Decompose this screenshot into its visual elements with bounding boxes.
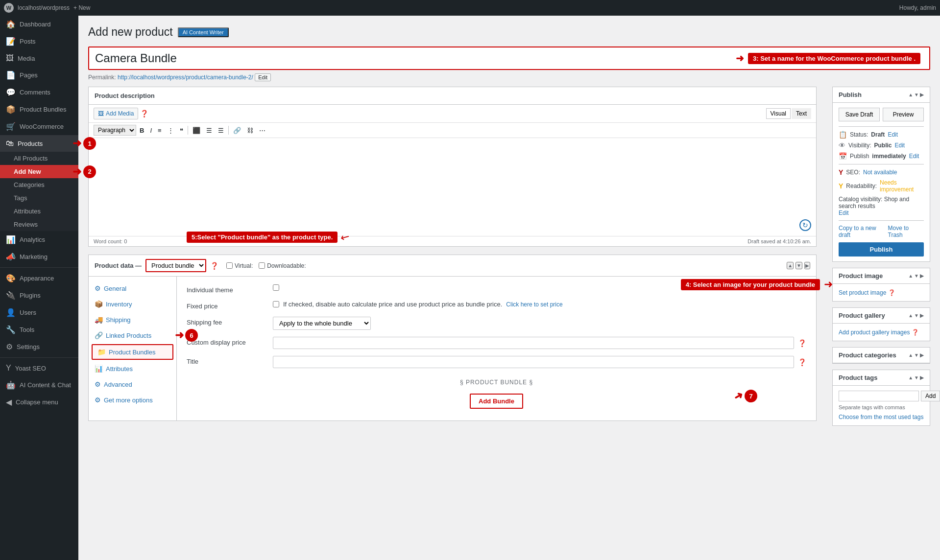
sidebar-item-analytics[interactable]: 📊 Analytics	[0, 231, 78, 248]
italic-button[interactable]: I	[147, 125, 154, 136]
admin-bar-new[interactable]: + New	[73, 4, 90, 11]
status-edit-link[interactable]: Edit	[888, 131, 898, 138]
sidebar-sub-reviews[interactable]: Reviews	[0, 218, 78, 231]
bold-button[interactable]: B	[137, 125, 146, 136]
refresh-icon[interactable]: ↻	[799, 219, 811, 231]
product-image-close[interactable]: ▶	[920, 273, 924, 279]
sidebar-item-ai-content[interactable]: 🤖 AI Content & Chat	[0, 376, 78, 394]
sidebar-item-comments[interactable]: 💬 Comments	[0, 84, 78, 101]
add-gallery-link[interactable]: Add product gallery images	[839, 329, 910, 336]
permalink-edit-button[interactable]: Edit	[255, 73, 271, 81]
sidebar-item-posts[interactable]: 📝 Posts	[0, 33, 78, 50]
save-draft-button[interactable]: Save Draft	[839, 108, 880, 121]
shipping-fee-select[interactable]: Apply to the whole bundle	[273, 317, 371, 330]
sidebar-item-collapse[interactable]: ◀ Collapse menu	[0, 394, 78, 411]
title-input[interactable]	[273, 356, 794, 368]
sidebar-sub-all-products[interactable]: All Products	[0, 152, 78, 165]
product-type-select[interactable]: Product bundle	[145, 259, 206, 272]
sidebar-item-woocommerce[interactable]: 🛒 WooCommerce	[0, 118, 78, 135]
align-left-button[interactable]: ⬛	[190, 125, 203, 136]
more-button[interactable]: ⋯	[257, 125, 268, 136]
categories-close[interactable]: ▶	[920, 352, 924, 358]
product-image-down[interactable]: ▼	[914, 273, 919, 279]
product-tab-shipping[interactable]: 🚚 Shipping	[89, 312, 176, 327]
virtual-field[interactable]: Virtual:	[226, 262, 253, 269]
product-tab-linked[interactable]: 🔗 Linked Products ➜ 6	[89, 327, 176, 343]
downloadable-field[interactable]: Downloadable:	[259, 262, 306, 269]
product-tab-inventory[interactable]: 📦 Inventory	[89, 296, 176, 312]
sidebar-item-settings[interactable]: ⚙ Settings	[0, 338, 78, 355]
add-media-button[interactable]: 🖼 Add Media	[94, 108, 138, 119]
sidebar-item-product-bundles[interactable]: 📦 Product Bundles	[0, 101, 78, 118]
ordered-list-button[interactable]: ⋮	[165, 125, 176, 136]
sidebar-item-products[interactable]: 🛍 Products ➜ 1	[0, 135, 78, 152]
product-tags-header[interactable]: Product tags ▲ ▼ ▶	[833, 370, 930, 386]
publish-edit-link[interactable]: Edit	[909, 153, 919, 160]
format-select[interactable]: Paragraph	[94, 125, 136, 136]
editor-body[interactable]: ↻	[89, 138, 816, 236]
catalog-edit-link[interactable]: Edit	[839, 210, 849, 216]
custom-display-price-input[interactable]	[273, 337, 794, 349]
copy-draft-link[interactable]: Copy to a new draft	[839, 225, 888, 238]
sidebar-item-plugins[interactable]: 🔌 Plugins	[0, 287, 78, 304]
tags-up[interactable]: ▲	[908, 375, 913, 380]
sidebar-item-dashboard[interactable]: 🏠 Dashboard	[0, 16, 78, 33]
product-gallery-header[interactable]: Product gallery ▲ ▼ ▶	[833, 308, 930, 324]
sidebar-item-media[interactable]: 🖼 Media	[0, 50, 78, 67]
product-data-close[interactable]: ▶	[804, 262, 810, 269]
sidebar-item-tools[interactable]: 🔧 Tools	[0, 321, 78, 338]
product-data-expand-up[interactable]: ▲	[787, 262, 794, 269]
sidebar-item-appearance[interactable]: 🎨 Appearance	[0, 270, 78, 287]
publish-button[interactable]: Publish	[839, 242, 924, 257]
sidebar-sub-add-new[interactable]: Add New ➜ 2	[0, 165, 78, 178]
product-tab-bundles[interactable]: 📁 Product Bundles	[92, 344, 173, 360]
visual-tab[interactable]: Visual	[766, 108, 791, 119]
product-data-expand-down[interactable]: ▼	[795, 262, 802, 269]
product-categories-header[interactable]: Product categories ▲ ▼ ▶	[833, 348, 930, 363]
align-center-button[interactable]: ☰	[204, 125, 215, 136]
ai-content-writer-button[interactable]: AI Content Writer	[178, 27, 229, 37]
blockquote-button[interactable]: ❝	[177, 125, 186, 136]
publish-box-header[interactable]: Publish ▲ ▼ ▶	[833, 87, 930, 103]
sidebar-sub-tags[interactable]: Tags	[0, 191, 78, 205]
tag-input[interactable]	[839, 391, 919, 401]
categories-up[interactable]: ▲	[908, 352, 913, 358]
sidebar-sub-categories[interactable]: Categories	[0, 178, 78, 191]
product-gallery-up[interactable]: ▲	[908, 313, 913, 318]
product-name-input[interactable]	[88, 47, 930, 70]
add-bundle-button[interactable]: Add Bundle	[470, 394, 523, 409]
unlink-button[interactable]: ⛓	[244, 125, 256, 136]
sidebar-sub-attributes[interactable]: Attributes	[0, 205, 78, 218]
publish-down-icon[interactable]: ▼	[914, 92, 919, 97]
sidebar-item-users[interactable]: 👤 Users	[0, 304, 78, 321]
fixed-price-checkbox[interactable]	[273, 301, 279, 307]
product-tab-advanced[interactable]: ⚙ Advanced	[89, 376, 176, 392]
permalink-url[interactable]: http://localhost/wordpress/product/camer…	[118, 74, 253, 81]
product-gallery-close[interactable]: ▶	[920, 313, 924, 318]
sidebar-item-pages[interactable]: 📄 Pages	[0, 67, 78, 84]
visibility-edit-link[interactable]: Edit	[894, 142, 905, 149]
product-gallery-down[interactable]: ▼	[914, 313, 919, 318]
move-trash-link[interactable]: Move to Trash	[888, 225, 924, 238]
readability-value[interactable]: Needs improvement	[880, 179, 924, 193]
publish-up-icon[interactable]: ▲	[908, 92, 913, 97]
align-right-button[interactable]: ☰	[216, 125, 226, 136]
product-tab-general[interactable]: ⚙ General	[89, 280, 176, 296]
tags-close[interactable]: ▶	[920, 375, 924, 380]
virtual-checkbox[interactable]	[226, 262, 233, 269]
set-product-image-link[interactable]: Set product image	[839, 289, 886, 296]
sidebar-item-yoast[interactable]: Y Yoast SEO	[0, 360, 78, 376]
sidebar-item-marketing[interactable]: 📣 Marketing	[0, 248, 78, 265]
product-image-up[interactable]: ▲	[908, 273, 913, 279]
product-tab-attributes[interactable]: 📊 Attributes	[89, 361, 176, 376]
tags-down[interactable]: ▼	[914, 375, 919, 380]
categories-down[interactable]: ▼	[914, 352, 919, 358]
text-tab[interactable]: Text	[792, 108, 811, 119]
seo-value[interactable]: Not available	[863, 169, 897, 176]
link-button[interactable]: 🔗	[231, 125, 243, 136]
product-image-header[interactable]: Product image ▲ ▼ ▶	[833, 268, 930, 284]
fixed-price-link[interactable]: Click here to set price	[506, 301, 562, 308]
unordered-list-button[interactable]: ≡	[155, 125, 164, 136]
publish-close-icon[interactable]: ▶	[920, 92, 924, 97]
product-tab-more[interactable]: ⚙ Get more options	[89, 392, 176, 408]
